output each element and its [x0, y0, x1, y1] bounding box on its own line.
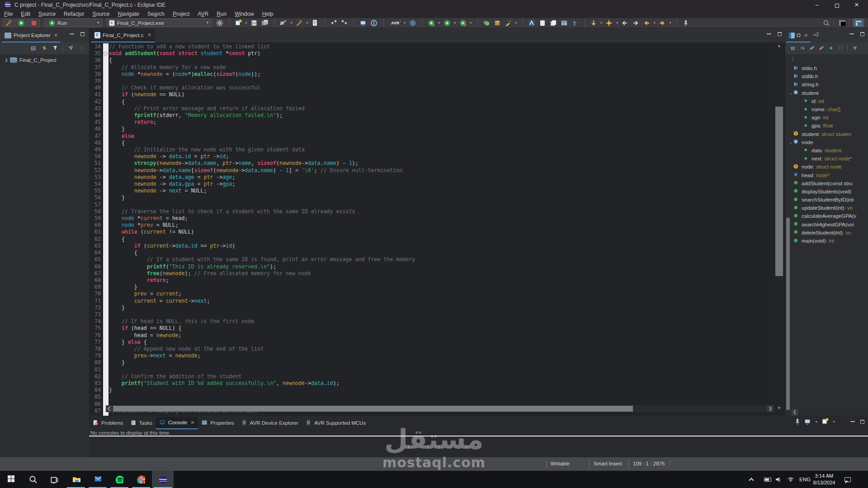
open-console-icon[interactable]	[359, 19, 367, 27]
menu-search[interactable]: Search	[143, 10, 169, 18]
sort-icon[interactable]: P	[800, 46, 806, 52]
display-console-icon[interactable]	[804, 418, 811, 425]
run-icon[interactable]	[48, 19, 56, 27]
outline-item-string-h[interactable]: string.h	[785, 80, 868, 89]
chevron-down-icon[interactable]: ⌄	[788, 91, 793, 95]
dropdown-arrow-icon[interactable]: ▼	[832, 420, 835, 423]
close-icon[interactable]: ✕	[804, 33, 808, 38]
outline-item-student[interactable]: ⌄Sstudent	[785, 89, 868, 97]
maximize-view-icon[interactable]	[80, 32, 85, 36]
previous-annotation-icon[interactable]	[643, 19, 650, 27]
view-dots-icon[interactable]: ⋮	[79, 46, 84, 52]
tab-avr-device-explorer[interactable]: AVR Device Explorer	[238, 417, 302, 429]
show-annotation-icon[interactable]	[370, 19, 377, 27]
minimize-view-icon[interactable]	[767, 32, 771, 34]
open-console-icon[interactable]	[821, 418, 829, 425]
save-all-icon[interactable]	[261, 19, 269, 27]
close-icon[interactable]: ✕	[147, 32, 151, 38]
menu-run[interactable]: Run	[212, 10, 231, 18]
chevron-right-icon[interactable]: ❯	[4, 58, 9, 62]
taskbar-eclipse-icon[interactable]	[152, 471, 174, 488]
taskbar-clock[interactable]: 3:14 AM 8/13/2024	[811, 473, 837, 486]
outline-item-age[interactable]: age : int	[785, 113, 868, 122]
back-icon[interactable]	[621, 19, 628, 27]
dropdown-arrow-icon[interactable]: ▼	[653, 21, 656, 24]
fold-collapse-icon[interactable]: −	[104, 52, 108, 56]
taskbar-start-button[interactable]	[0, 471, 22, 488]
tab-outline[interactable]: O ✕	[786, 29, 811, 42]
forward-icon[interactable]	[632, 19, 639, 27]
scroll-down-arrow[interactable]: ▼	[775, 406, 783, 412]
dropdown-arrow-icon[interactable]: ▼	[453, 21, 457, 24]
avr-upload-icon[interactable]: AVR	[389, 19, 401, 27]
editor-horizontal-scrollbar[interactable]: ❮ ❯	[106, 405, 774, 412]
dropdown-arrow-icon[interactable]: ▼	[245, 21, 248, 24]
outline-toolbar-overflow[interactable]: ⋮	[785, 54, 868, 63]
horizontal-scroll-thumb[interactable]	[113, 406, 633, 412]
edit-icon[interactable]	[505, 19, 512, 27]
outline-item-head[interactable]: head : node*	[785, 171, 868, 179]
next-annotation-icon[interactable]	[659, 19, 666, 27]
last-edit-location-icon[interactable]	[590, 19, 597, 27]
outline-item-next[interactable]: next : struct node*	[785, 155, 868, 163]
tab-problems[interactable]: Problems	[89, 417, 127, 429]
outline-item-node[interactable]: Tnode : struct node	[785, 163, 868, 171]
menu-edit[interactable]: Edit	[17, 10, 34, 18]
outline-item-displaystudents-void[interactable]: displayStudents(void)	[785, 188, 868, 196]
scroll-up-arrow[interactable]: ▲	[775, 43, 783, 50]
wifi-icon[interactable]	[788, 471, 794, 488]
tree-item-project[interactable]: ❯ Final_C_Project	[0, 56, 89, 64]
outline-item-stdio-h[interactable]: stdio.h	[785, 64, 868, 72]
taskbar-explorer-icon[interactable]	[65, 471, 87, 488]
collapse-all-icon[interactable]	[31, 45, 37, 52]
dropdown-arrow-icon[interactable]: ▼	[438, 21, 441, 24]
outline-item-gpa[interactable]: gpa : float	[785, 122, 868, 130]
avr-chip-icon[interactable]	[409, 19, 416, 27]
build-all-icon[interactable]	[296, 19, 303, 27]
status-menu-dots[interactable]: ⋮	[668, 460, 673, 465]
view-menu-icon[interactable]	[68, 45, 75, 52]
dropdown-arrow-icon[interactable]: ▼	[469, 21, 472, 24]
minimize-view-icon[interactable]	[70, 32, 74, 34]
notification-icon[interactable]	[844, 471, 851, 488]
menu-avr[interactable]: AVR	[193, 10, 212, 18]
window-maximize-button[interactable]	[827, 0, 847, 10]
tray-chevron[interactable]	[750, 471, 754, 488]
dropdown-arrow-icon[interactable]: ▼	[669, 21, 672, 24]
debug-button-icon[interactable]	[428, 19, 435, 27]
perspC-icon[interactable]	[855, 19, 862, 27]
new-wizard-icon[interactable]	[235, 19, 242, 27]
next-build-icon[interactable]	[341, 19, 348, 27]
minimize-view-icon[interactable]	[850, 420, 855, 422]
scroll-right-arrow[interactable]: ❯	[767, 405, 774, 412]
new-cpp-icon[interactable]	[483, 19, 490, 27]
dropdown-arrow-icon[interactable]: ▼	[514, 21, 518, 24]
launch-settings-icon[interactable]	[216, 19, 223, 27]
more-views-chevron[interactable]: »2	[813, 32, 819, 37]
new-file-icon[interactable]	[311, 19, 319, 27]
pin-editor-icon[interactable]	[682, 19, 689, 27]
tab-avr-supported-mcus[interactable]: AVR Supported MCUs	[302, 417, 369, 429]
taskbar-chrome-icon[interactable]: 1	[130, 471, 152, 488]
pin-console-icon[interactable]	[794, 418, 801, 425]
tab-tasks[interactable]: Tasks	[127, 417, 156, 429]
outline-item-student[interactable]: Tstudent : struct studen	[785, 130, 868, 138]
hide-fields-icon[interactable]	[810, 46, 816, 52]
dropdown-arrow-icon[interactable]: ▼	[615, 21, 618, 24]
outline-item-stdlib-h[interactable]: stdlib.h	[785, 72, 868, 80]
new-class-icon[interactable]	[494, 19, 501, 27]
scroll-left-arrow[interactable]: ❮	[106, 405, 112, 412]
outline-item-node[interactable]: ⌄Snode	[785, 138, 868, 146]
link-with-editor-icon[interactable]	[42, 45, 48, 52]
editor-vertical-scrollbar[interactable]: ▲ ▼	[775, 43, 783, 412]
resume-button[interactable]	[15, 19, 27, 27]
menu-source[interactable]: Source	[88, 10, 113, 18]
tab-final-c-project-c[interactable]: Final_C_Project.c ✕	[91, 28, 155, 42]
run-mode-combo[interactable]: Run▼	[44, 19, 102, 27]
window-minimize-button[interactable]: –	[807, 0, 827, 10]
favorites-icon[interactable]	[605, 19, 613, 27]
menu-file[interactable]: File	[0, 10, 17, 18]
runc-icon[interactable]	[18, 19, 25, 27]
code-text[interactable]: // Function to add a new student to the …	[109, 43, 774, 425]
close-icon[interactable]: ✕	[54, 33, 58, 38]
